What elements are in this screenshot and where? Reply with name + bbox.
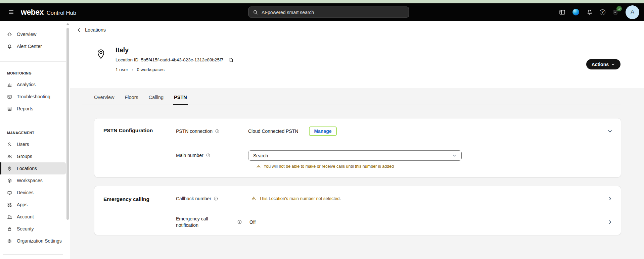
- notifications-bell-icon[interactable]: [586, 8, 593, 16]
- location-page-header: Locations Italy Location ID: 5b5f415f-ca…: [70, 21, 644, 88]
- combobox-chevron-down-icon: [452, 153, 457, 158]
- sidebar-item-reports[interactable]: Reports: [0, 103, 66, 115]
- expand-chevron-down-icon[interactable]: [606, 128, 613, 134]
- info-icon[interactable]: [215, 129, 220, 134]
- brand: webex Control Hub: [21, 8, 76, 17]
- warning-triangle-icon: [251, 196, 256, 201]
- apps-grid-icon: [7, 202, 12, 208]
- emergency-calling-card: Emergency calling Callback number This L…: [94, 186, 621, 235]
- scrollbar-thumb[interactable]: [66, 28, 69, 220]
- sidebar-item-workspaces[interactable]: Workspaces: [0, 174, 66, 187]
- callback-warning: This Location's main number not selected…: [251, 196, 341, 201]
- sidebar-section-monitoring: MONITORING: [0, 71, 66, 75]
- global-search-bar[interactable]: [248, 7, 409, 18]
- pstn-connection-row: PSTN connection Cloud Connected PSTN Man…: [176, 118, 613, 144]
- sidebar-item-apps[interactable]: Apps: [0, 199, 66, 211]
- pstn-configuration-card: PSTN Configuration PSTN connection Cloud…: [94, 118, 621, 177]
- info-icon[interactable]: [214, 196, 218, 201]
- bar-chart-icon: [7, 82, 12, 88]
- sidebar-item-overview[interactable]: Overview: [0, 28, 66, 40]
- panel-toggle-icon[interactable]: [558, 8, 566, 16]
- copy-icon[interactable]: [228, 57, 234, 63]
- chevron-down-icon: [611, 62, 615, 66]
- app-header: webex Control Hub ? A: [0, 3, 644, 21]
- main-number-warning: You will not be able to make or receive …: [256, 164, 613, 169]
- user-avatar[interactable]: A: [626, 5, 639, 19]
- sidebar-item-troubleshooting[interactable]: Troubleshooting: [0, 91, 66, 103]
- user-icon: [7, 142, 12, 147]
- sidebar-item-organization-settings[interactable]: Organization Settings: [0, 235, 66, 247]
- main-number-combobox[interactable]: Search: [248, 150, 462, 161]
- bell-icon: [7, 44, 12, 49]
- device-icon: [7, 190, 12, 196]
- back-button[interactable]: Locations: [77, 27, 106, 33]
- sidebar-scrollbar: [66, 21, 70, 259]
- actions-button[interactable]: Actions: [586, 59, 620, 69]
- manage-button[interactable]: Manage: [309, 126, 336, 136]
- webex-control-hub-page: webex Control Hub ? A: [0, 0, 644, 259]
- building-icon: [7, 214, 12, 220]
- sidebar-item-groups[interactable]: Groups: [0, 150, 66, 162]
- chevron-right-icon[interactable]: [606, 219, 613, 225]
- feedback-icon[interactable]: [612, 8, 619, 16]
- warning-triangle-icon: [256, 164, 261, 169]
- location-title-section: Italy Location ID: 5b5f415f-cadd-4b43-82…: [70, 39, 644, 88]
- gear-icon: [7, 238, 12, 244]
- tab-overview[interactable]: Overview: [93, 93, 115, 105]
- main-number-row: Main number Search You will: [176, 144, 613, 177]
- screen-share-strip: [0, 0, 644, 3]
- warning-text: You will not be able to make or receive …: [264, 164, 394, 169]
- sidebar-divider: [0, 61, 66, 62]
- search-icon: [253, 9, 258, 15]
- location-name: Italy: [116, 46, 644, 54]
- info-icon[interactable]: [237, 219, 249, 224]
- help-icon[interactable]: ?: [600, 9, 605, 15]
- home-icon: [7, 32, 12, 37]
- webex-logo: webex: [21, 8, 44, 17]
- feedback-check-badge: [616, 6, 622, 11]
- chevron-right-icon[interactable]: [606, 196, 613, 201]
- main-number-label: Main number: [176, 153, 203, 158]
- notification-value: Off: [249, 219, 256, 225]
- people-icon: [7, 154, 12, 159]
- workspace-cube-icon: [7, 178, 12, 184]
- pstn-card-title: PSTN Configuration: [94, 118, 146, 177]
- hamburger-menu-icon[interactable]: [5, 6, 17, 18]
- location-pin-icon: [7, 166, 12, 171]
- callback-number-row[interactable]: Callback number This Location's main num…: [176, 186, 613, 209]
- sidebar-item-users[interactable]: Users: [0, 138, 66, 150]
- scroll-up-arrow-icon[interactable]: [66, 23, 69, 25]
- tab-floors[interactable]: Floors: [124, 93, 139, 105]
- line-chart-icon: [7, 94, 12, 100]
- main-content: Locations Italy Location ID: 5b5f415f-ca…: [70, 21, 644, 259]
- info-icon[interactable]: [206, 153, 211, 158]
- location-pin-icon: [97, 48, 105, 59]
- sidebar-section-management: MANAGEMENT: [0, 131, 66, 135]
- combobox-placeholder: Search: [253, 153, 268, 158]
- tab-calling[interactable]: Calling: [148, 93, 164, 105]
- sidebar-item-alert-center[interactable]: Alert Center: [0, 40, 66, 52]
- header-icons: ? A: [558, 3, 639, 21]
- sidebar-item-locations[interactable]: Locations: [0, 162, 66, 174]
- sidebar-item-devices[interactable]: Devices: [0, 187, 66, 199]
- sidebar-item-security[interactable]: Security: [0, 223, 66, 235]
- callback-number-label: Callback number: [176, 196, 211, 201]
- search-input[interactable]: [262, 9, 405, 15]
- breadcrumb-label: Locations: [85, 27, 106, 33]
- warning-text: This Location's main number not selected…: [259, 196, 341, 201]
- dot-separator: •: [132, 68, 133, 72]
- lock-icon: [7, 226, 12, 232]
- emergency-call-notification-row[interactable]: Emergency call notification Off: [176, 209, 613, 235]
- pstn-connection-value: Cloud Connected PSTN: [248, 128, 298, 134]
- tab-pstn[interactable]: PSTN: [173, 93, 188, 105]
- breadcrumb: Locations: [70, 21, 644, 39]
- sidebar-item-analytics[interactable]: Analytics: [0, 79, 66, 91]
- location-id: Location ID: 5b5f415f-cadd-4b43-823c-131…: [116, 57, 223, 62]
- sidebar-nav: Overview Alert Center MONITORING Analyti…: [0, 21, 66, 259]
- emergency-card-title: Emergency calling: [94, 186, 146, 235]
- sidebar-item-account[interactable]: Account: [0, 211, 66, 223]
- pstn-connection-label: PSTN connection: [176, 128, 213, 134]
- workspaces-count: 0 workspaces: [137, 67, 165, 72]
- report-list-icon: [7, 106, 12, 112]
- webex-app-icon[interactable]: [572, 8, 580, 16]
